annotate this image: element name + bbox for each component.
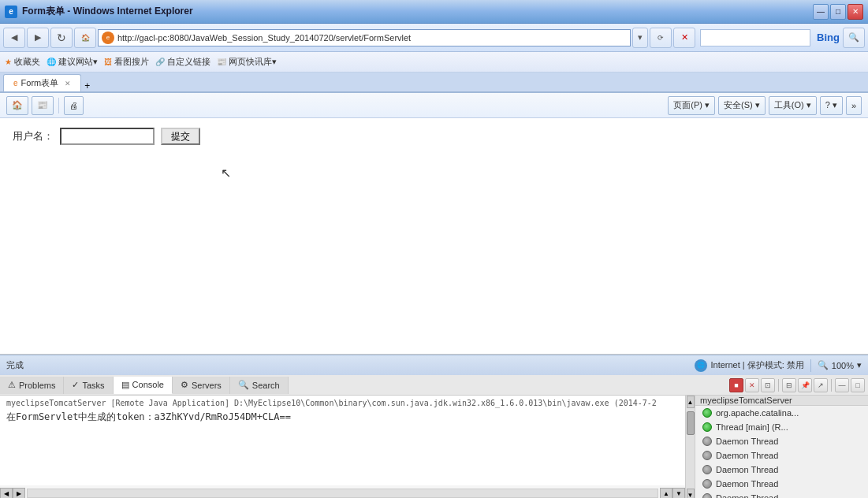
ide-sep1 <box>778 379 779 392</box>
h-scrollbar[interactable] <box>27 489 658 498</box>
title-bar-left: e Form表单 - Windows Internet Explorer <box>5 5 193 18</box>
bing-search-button[interactable]: 🔍 <box>843 28 865 48</box>
thread-label-6: Daemon Thread <box>716 493 778 498</box>
thread-label-4: Daemon Thread <box>716 465 778 474</box>
help-menu[interactable]: ? ▾ <box>820 96 843 115</box>
minimize-button[interactable]: — <box>813 4 829 20</box>
forward-button[interactable]: ▶ <box>27 28 49 48</box>
ide-scroll-left[interactable]: ◀ <box>0 488 13 498</box>
page-menu[interactable]: 页面(P) ▾ <box>668 96 715 115</box>
ide-bottom-strip: ◀ ▶ ▲ ▼ <box>0 485 685 498</box>
back-button[interactable]: ◀ <box>3 28 25 48</box>
stop-button[interactable]: ✕ <box>673 28 695 48</box>
tab-search[interactable]: 🔍 Search <box>230 377 289 394</box>
thread-item-daemon-3[interactable]: Daemon Thread <box>695 477 868 491</box>
thread-label-2: Daemon Thread <box>716 437 778 446</box>
thread-item-daemon-4[interactable]: Daemon Thread <box>695 491 868 498</box>
ide-content: myeclipseTomcatServer [Remote Java Appli… <box>0 396 868 498</box>
home-toolbar-button[interactable]: 🏠 <box>6 96 28 115</box>
thread-item-catalina[interactable]: org.apache.catalina... <box>695 406 868 420</box>
thread-item-daemon-1[interactable]: Daemon Thread <box>695 448 868 463</box>
minimize-ide-button[interactable]: — <box>835 378 849 392</box>
custom-link-button[interactable]: 🔗 自定义链接 <box>155 56 210 68</box>
console-output-area: myeclipseTomcatServer [Remote Java Appli… <box>0 396 685 485</box>
thread-label-0: org.apache.catalina... <box>716 408 799 418</box>
safety-menu[interactable]: 安全(S) ▾ <box>718 96 766 115</box>
image-search-button[interactable]: 🖼 看图搜片 <box>104 56 149 68</box>
submit-button[interactable]: 提交 <box>161 128 200 145</box>
clear-button[interactable]: ⊡ <box>761 378 775 392</box>
form-tab[interactable]: e Form表单 ✕ <box>3 74 81 91</box>
go-button[interactable]: ▾ <box>632 28 648 48</box>
home-button[interactable]: 🏠 <box>74 28 96 48</box>
address-bar[interactable]: e http://gacl-pc:8080/JavaWeb_Session_St… <box>98 29 631 46</box>
tools-menu[interactable]: 工具(O) ▾ <box>769 96 817 115</box>
gray-dot-4 <box>702 465 712 474</box>
stop-button[interactable]: ■ <box>729 378 743 392</box>
thread-icon-3 <box>702 450 713 461</box>
problems-icon: ⚠ <box>8 380 16 390</box>
console-vscrollbar[interactable]: ▲ ▼ <box>685 396 695 498</box>
servers-icon: ⚙ <box>181 380 188 390</box>
scroll-down-btn[interactable]: ▼ <box>687 489 695 498</box>
thread-item-main[interactable]: Thread [main] (R... <box>695 420 868 434</box>
thread-icon-0 <box>702 407 713 418</box>
ie-icon: e <box>5 6 17 18</box>
refresh-page-button[interactable]: ⟳ <box>650 28 672 48</box>
tab-close[interactable]: ✕ <box>65 80 71 87</box>
ide-scroll-up[interactable]: ▲ <box>660 488 672 498</box>
thread-icon-1 <box>702 422 713 433</box>
open-console-button[interactable]: ↗ <box>814 378 828 392</box>
ide-tabs: ⚠ Problems ✓ Tasks ▤ Console ⚙ Servers 🔍… <box>0 375 868 396</box>
tasks-icon: ✓ <box>72 380 79 390</box>
console-text: 在FormServlet中生成的token：a3ZhKYvd/RmRoJ54DM… <box>6 411 679 424</box>
search-box[interactable] <box>700 29 810 46</box>
favorites-button[interactable]: ★ 收藏夹 <box>5 56 40 68</box>
thread-label-5: Daemon Thread <box>716 479 778 489</box>
thread-icon-5 <box>702 478 713 489</box>
expand-button[interactable]: » <box>846 96 862 115</box>
zoom-dropdown-icon: ▾ <box>857 360 862 370</box>
maximize-button[interactable]: □ <box>830 4 846 20</box>
zoom-icon: 🔍 <box>818 360 829 370</box>
scroll-thumb[interactable] <box>687 411 695 435</box>
tab-servers[interactable]: ⚙ Servers <box>173 377 230 394</box>
thread-item-daemon-0[interactable]: Daemon Thread <box>695 434 868 448</box>
feeds-button[interactable]: 📰 <box>32 96 54 115</box>
window-title: Form表单 - Windows Internet Explorer <box>22 5 193 18</box>
address-text: http://gacl-pc:8080/JavaWeb_Session_Stud… <box>117 33 411 43</box>
thread-panel-header: myeclipseTomcatServer <box>695 396 868 406</box>
gray-dot-3 <box>702 451 712 460</box>
tab-problems[interactable]: ⚠ Problems <box>0 377 64 394</box>
thread-item-daemon-2[interactable]: Daemon Thread <box>695 463 868 477</box>
toolbar-right: 页面(P) ▾ 安全(S) ▾ 工具(O) ▾ ? ▾ » <box>668 96 862 115</box>
username-label: 用户名： <box>13 129 54 143</box>
terminate-button[interactable]: ✕ <box>745 378 759 392</box>
status-text: 完成 <box>6 359 24 371</box>
internet-text: Internet | 保护模式: 禁用 <box>710 359 803 371</box>
tab-tasks[interactable]: ✓ Tasks <box>64 377 113 394</box>
pin-button[interactable]: 📌 <box>798 378 812 392</box>
scroll-lock-button[interactable]: ⊟ <box>782 378 796 392</box>
form-row: 用户名： 提交 <box>13 128 855 145</box>
bing-label: Bing <box>817 32 840 43</box>
webslice-button[interactable]: 📰 网页快讯库▾ <box>217 56 277 68</box>
gray-dot-2 <box>702 437 712 446</box>
tab-console[interactable]: ▤ Console <box>114 377 173 394</box>
maximize-ide-button[interactable]: □ <box>851 378 865 392</box>
title-bar-controls: — □ ✕ <box>813 4 863 20</box>
ide-scroll-right[interactable]: ▶ <box>13 488 25 498</box>
username-input[interactable] <box>60 128 155 145</box>
ide-scroll-down[interactable]: ▼ <box>672 488 685 498</box>
zoom-control[interactable]: 🔍 100% ▾ <box>818 360 862 370</box>
gray-dot-6 <box>702 493 712 498</box>
search-icon: 🔍 <box>238 380 249 390</box>
scroll-up-btn[interactable]: ▲ <box>687 396 695 408</box>
new-tab-button[interactable]: + <box>84 80 90 91</box>
print-button[interactable]: 🖨 <box>64 96 84 115</box>
internet-status: 🌐 Internet | 保护模式: 禁用 <box>695 359 803 372</box>
status-right: 🌐 Internet | 保护模式: 禁用 🔍 100% ▾ <box>695 359 862 372</box>
refresh-button[interactable]: ↻ <box>50 28 73 48</box>
close-button[interactable]: ✕ <box>848 4 863 20</box>
suggestions-button[interactable]: 🌐 建议网站▾ <box>47 56 98 68</box>
